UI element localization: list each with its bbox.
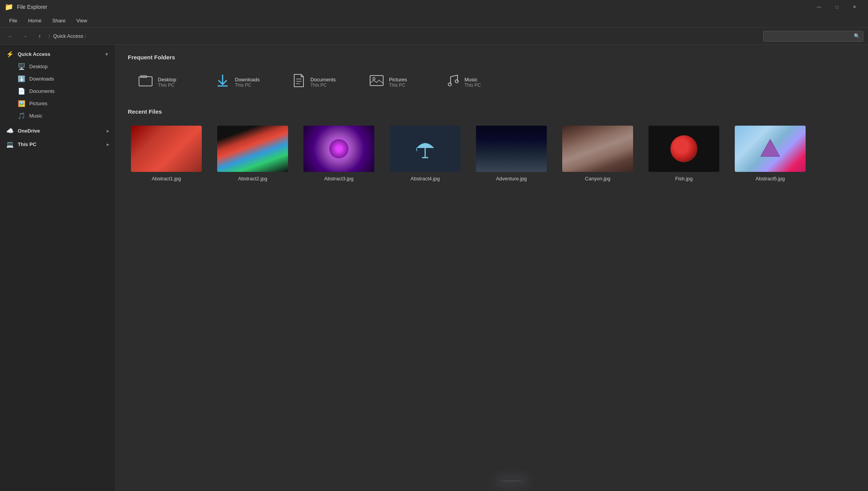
sidebar-quick-access-label: Quick Access <box>18 51 50 57</box>
sidebar-item-music[interactable]: 🎵 Music <box>2 110 113 122</box>
file-fish[interactable]: Fish.jpg <box>645 123 722 185</box>
recent-files-title: Recent Files <box>128 108 856 115</box>
file-abstract4-name: Abstract4.jpg <box>411 176 440 182</box>
menu-bar: File Home Share View <box>0 14 868 28</box>
documents-folder-name: Documents <box>310 77 336 82</box>
desktop-folder-info: Desktop This PC <box>158 77 176 88</box>
file-adventure[interactable]: · Adventure.jpg <box>473 123 550 185</box>
downloads-folder-info: Downloads This PC <box>235 77 260 88</box>
thumb-abstract3 <box>303 126 374 172</box>
content-area: Frequent Folders Desktop This PC Downloa… <box>116 45 868 491</box>
file-canyon[interactable]: Canyon.jpg <box>559 123 636 185</box>
sidebar-documents-label: Documents <box>29 88 55 94</box>
title-bar: 📁 File Explorer — □ ✕ <box>0 0 868 14</box>
sidebar-item-desktop[interactable]: 🖥️ Desktop <box>2 61 113 72</box>
svg-marker-12 <box>762 141 779 156</box>
folder-documents[interactable]: Documents This PC <box>282 68 359 96</box>
quick-access-icon: ⚡ <box>6 50 14 58</box>
file-abstract2-name: Abstract2.jpg <box>238 176 267 182</box>
chevron-down-icon: ▼ <box>104 52 109 57</box>
frequent-folders: Desktop This PC Downloads This PC Do <box>128 68 856 96</box>
file-abstract3[interactable]: Abstract3.jpg <box>300 123 377 185</box>
file-canyon-name: Canyon.jpg <box>585 176 610 182</box>
sidebar-this-pc-label: This PC <box>18 141 36 147</box>
folder-pictures[interactable]: Pictures This PC <box>359 68 436 96</box>
search-input[interactable] <box>767 34 851 39</box>
file-fish-name: Fish.jpg <box>675 176 693 182</box>
sidebar-onedrive-label: OneDrive <box>18 128 40 134</box>
back-button[interactable]: ← <box>5 30 16 42</box>
path-arrow: 〉 <box>49 34 50 39</box>
downloads-folder-name: Downloads <box>235 77 260 82</box>
pictures-folder-icon <box>370 75 384 89</box>
desktop-folder-icon <box>139 75 152 89</box>
desktop-folder-name: Desktop <box>158 77 176 82</box>
file-abstract4[interactable]: Abstract4.jpg <box>387 123 464 185</box>
sidebar-pictures-label: Pictures <box>29 101 47 106</box>
thumb-canyon <box>562 126 633 172</box>
sidebar-item-downloads[interactable]: ⬇️ Downloads <box>2 73 113 85</box>
path-label: Quick Access <box>53 33 83 39</box>
thumb-abstract1 <box>131 126 202 172</box>
thumb-abstract2 <box>217 126 288 172</box>
menu-file[interactable]: File <box>5 16 22 25</box>
downloads-folder-icon <box>216 74 230 91</box>
close-button[interactable]: ✕ <box>846 0 863 14</box>
chevron-right-icon-2: ▸ <box>107 142 109 147</box>
search-icon: 🔍 <box>854 33 860 39</box>
file-abstract3-name: Abstract3.jpg <box>324 176 354 182</box>
menu-share[interactable]: Share <box>48 16 70 25</box>
documents-folder-info: Documents This PC <box>310 77 336 88</box>
sidebar-section-quick-access[interactable]: ⚡ Quick Access ▼ <box>2 48 113 60</box>
music-folder-icon <box>447 74 459 91</box>
music-folder-info: Music This PC <box>464 77 481 88</box>
search-box[interactable]: 🔍 <box>763 31 863 42</box>
documents-folder-sub: This PC <box>310 82 336 88</box>
sidebar-section-this-pc[interactable]: 💻 This PC ▸ <box>2 138 113 150</box>
folder-desktop[interactable]: Desktop This PC <box>128 68 205 96</box>
sidebar-music-label: Music <box>29 113 42 119</box>
music-folder-sub: This PC <box>464 82 481 88</box>
path-chevron: 〉 <box>85 34 86 39</box>
menu-view[interactable]: View <box>72 16 92 25</box>
svg-rect-6 <box>370 76 383 86</box>
sidebar-section-onedrive[interactable]: ☁️ OneDrive ▸ <box>2 125 113 137</box>
downloads-folder-sub: This PC <box>235 82 260 88</box>
thumb-abstract5 <box>735 126 806 172</box>
sidebar-downloads-label: Downloads <box>29 76 54 82</box>
svg-rect-0 <box>139 77 152 86</box>
folder-music[interactable]: Music This PC <box>436 68 513 96</box>
address-path[interactable]: Frequent Folders Quick Access 〉 <box>53 33 86 39</box>
menu-home[interactable]: Home <box>23 16 46 25</box>
forward-button[interactable]: → <box>19 30 31 42</box>
documents-folder-icon <box>293 74 305 91</box>
onedrive-icon: ☁️ <box>6 127 14 135</box>
sidebar-item-pictures[interactable]: 🖼️ Pictures <box>2 98 113 109</box>
file-adventure-name: Adventure.jpg <box>496 176 527 182</box>
pictures-folder-sub: This PC <box>389 82 407 88</box>
pictures-folder-name: Pictures <box>389 77 407 82</box>
chevron-right-icon: ▸ <box>107 128 109 134</box>
maximize-button[interactable]: □ <box>828 0 846 14</box>
file-abstract1-name: Abstract1.jpg <box>152 176 181 182</box>
sidebar: ⚡ Quick Access ▼ 🖥️ Desktop ⬇️ Downloads… <box>0 45 116 491</box>
folder-downloads[interactable]: Downloads This PC <box>205 68 282 96</box>
svg-point-7 <box>373 77 375 80</box>
documents-icon: 📄 <box>18 87 25 95</box>
file-abstract5-name: Abstract5.jpg <box>756 176 785 182</box>
this-pc-icon: 💻 <box>6 141 14 148</box>
file-abstract1[interactable]: Abstract1.jpg <box>128 123 205 185</box>
downloads-icon: ⬇️ <box>18 75 25 82</box>
music-icon: 🎵 <box>18 112 25 119</box>
sidebar-desktop-label: Desktop <box>29 64 48 69</box>
file-abstract5[interactable]: Abstract5.jpg <box>732 123 809 185</box>
up-button[interactable]: ↑ <box>34 30 45 42</box>
recent-files-grid: Abstract1.jpg Abstract2.jpg Abstract3.jp… <box>128 123 856 185</box>
minimize-button[interactable]: — <box>810 0 828 14</box>
file-abstract2[interactable]: Abstract2.jpg <box>214 123 291 185</box>
window-controls: — □ ✕ <box>810 0 863 14</box>
main-layout: ⚡ Quick Access ▼ 🖥️ Desktop ⬇️ Downloads… <box>0 45 868 491</box>
app-icon: 📁 <box>5 3 13 11</box>
sidebar-item-documents[interactable]: 📄 Documents <box>2 85 113 97</box>
desktop-folder-sub: This PC <box>158 82 176 88</box>
